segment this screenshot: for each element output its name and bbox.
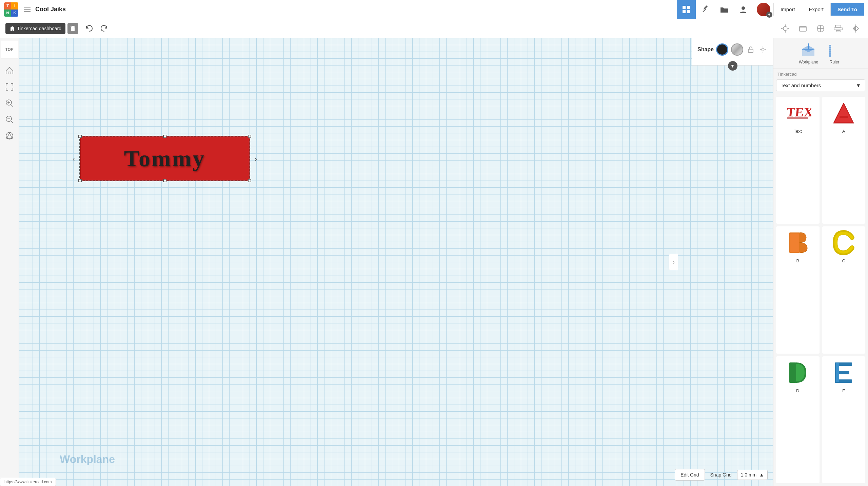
home-tool[interactable] xyxy=(3,64,16,77)
svg-rect-9 xyxy=(71,27,75,31)
edit-grid-btn[interactable]: Edit Grid xyxy=(675,469,705,481)
snap-grid-arrow[interactable]: ▲ xyxy=(759,472,764,478)
svg-rect-17 xyxy=(800,26,806,31)
shape-item-b[interactable]: B xyxy=(776,226,820,353)
view-cube[interactable]: TOP xyxy=(1,41,18,58)
svg-rect-55 xyxy=(840,116,848,118)
project-list-icon[interactable] xyxy=(21,3,33,16)
svg-rect-21 xyxy=(835,25,841,27)
svg-line-7 xyxy=(703,9,706,12)
dashboard-btn[interactable]: Tinkercad dashboard xyxy=(5,23,65,34)
shape-panel-header: Shape xyxy=(697,43,768,56)
zoom-in-tool[interactable] xyxy=(3,96,16,110)
svg-rect-35 xyxy=(748,49,753,53)
shape-img-d xyxy=(784,359,811,386)
shape-img-b xyxy=(784,229,811,256)
shape-item-c[interactable]: C xyxy=(822,226,866,353)
shape-item-e[interactable]: E xyxy=(822,356,866,483)
undo-redo-group xyxy=(82,22,111,35)
zoom-out-tool[interactable] xyxy=(3,113,16,126)
user-btn[interactable] xyxy=(734,0,753,19)
shape-label-text: Text xyxy=(794,129,802,134)
snap-grid-value-text: 1.0 mm xyxy=(741,472,757,478)
project-title[interactable]: Cool Jaiks xyxy=(35,6,66,13)
svg-line-32 xyxy=(11,121,13,123)
panel-category: Tinkercad xyxy=(773,69,868,79)
panel-collapse-btn[interactable]: ▼ xyxy=(728,61,737,71)
shape-label-d: D xyxy=(796,388,799,393)
svg-rect-10 xyxy=(71,26,75,27)
logo-k: K xyxy=(11,10,18,17)
svg-line-28 xyxy=(11,105,13,107)
folder-btn[interactable] xyxy=(715,0,734,19)
light-tool-btn[interactable] xyxy=(778,22,792,35)
panel-dropdown-label: Text and numbers xyxy=(781,82,821,88)
top-nav: T I N K Cool Jaiks xyxy=(0,0,868,19)
shape-item-a[interactable]: A xyxy=(822,97,866,224)
ruler-icon-img xyxy=(826,42,843,58)
shape-img-c xyxy=(830,229,857,256)
solid-shape-btn[interactable] xyxy=(716,43,728,56)
redo-btn[interactable] xyxy=(97,22,111,35)
hole-shape-btn[interactable] xyxy=(731,43,743,56)
undo-btn[interactable] xyxy=(82,22,96,35)
shapes-tool[interactable] xyxy=(3,129,16,143)
svg-point-8 xyxy=(742,6,745,10)
tinkercad-logo[interactable]: T I N K xyxy=(4,2,18,17)
import-btn[interactable]: Import xyxy=(774,3,802,16)
shape-tool-btn[interactable] xyxy=(796,22,810,35)
svg-rect-57 xyxy=(790,233,799,253)
workplane-label: Workplane xyxy=(799,60,818,64)
tommy-container[interactable]: Tommy ‹ › xyxy=(80,136,250,181)
svg-rect-11 xyxy=(72,26,74,26)
align-tool-btn[interactable] xyxy=(831,22,845,35)
shape-img-text: TEXT xyxy=(784,99,811,127)
panel-dropdown[interactable]: Text and numbers ▼ xyxy=(776,79,865,91)
svg-rect-23 xyxy=(836,31,840,32)
mirror-tool-btn[interactable] xyxy=(849,22,863,35)
user-avatar-group: + xyxy=(754,3,770,16)
export-btn[interactable]: Export xyxy=(802,3,831,16)
shape-label-a: A xyxy=(842,129,845,134)
trash-btn[interactable] xyxy=(67,23,78,34)
light-icon[interactable] xyxy=(758,45,768,54)
workplane-icon[interactable]: Workplane xyxy=(799,42,818,64)
add-user-btn[interactable]: + xyxy=(766,12,772,18)
url-text: https://www.tinkercad.com xyxy=(4,480,52,484)
import-export-btns: Import Export Send To xyxy=(773,3,864,16)
shape-item-d[interactable]: D xyxy=(776,356,820,483)
svg-rect-22 xyxy=(834,28,842,30)
shape-img-e xyxy=(830,359,857,386)
ruler-label: Ruler xyxy=(830,60,840,64)
right-panel-collapse-btn[interactable]: › xyxy=(669,254,678,270)
tommy-object: Tommy ‹ › xyxy=(80,136,250,181)
logo-n: N xyxy=(4,10,11,17)
circle-tool-btn[interactable] xyxy=(814,22,827,35)
shapes-grid: TEXT Text A xyxy=(773,94,868,486)
url-bar: https://www.tinkercad.com xyxy=(0,478,56,486)
svg-rect-63 xyxy=(836,363,839,382)
right-panel-top: Workplane Ruler xyxy=(773,38,868,69)
right-panel: Workplane Ruler xyxy=(773,38,868,486)
tools-btn[interactable] xyxy=(696,0,715,19)
viewport[interactable]: Workplane Shape xyxy=(19,38,773,486)
shape-item-text[interactable]: TEXT Text xyxy=(776,97,820,224)
svg-rect-43 xyxy=(802,49,814,50)
fit-tool[interactable] xyxy=(3,80,16,94)
svg-rect-3 xyxy=(683,6,686,9)
main-layout: TOP xyxy=(0,38,868,486)
grid-view-btn[interactable] xyxy=(677,0,696,19)
svg-rect-2 xyxy=(24,11,31,12)
shape-label-e: E xyxy=(842,388,845,393)
grid-background xyxy=(19,38,773,486)
resize-arrow-right[interactable]: › xyxy=(255,155,257,163)
left-sidebar: TOP xyxy=(0,38,19,486)
shape-label-c: C xyxy=(842,258,845,263)
lock-icon[interactable] xyxy=(746,45,755,54)
ruler-icon[interactable]: Ruler xyxy=(826,42,843,64)
snap-grid-value[interactable]: 1.0 mm ▲ xyxy=(737,470,768,480)
view-tools xyxy=(778,22,863,35)
send-to-btn[interactable]: Send To xyxy=(831,3,864,16)
resize-arrow-left[interactable]: ‹ xyxy=(73,155,75,163)
workplane-icon-img xyxy=(800,42,816,58)
